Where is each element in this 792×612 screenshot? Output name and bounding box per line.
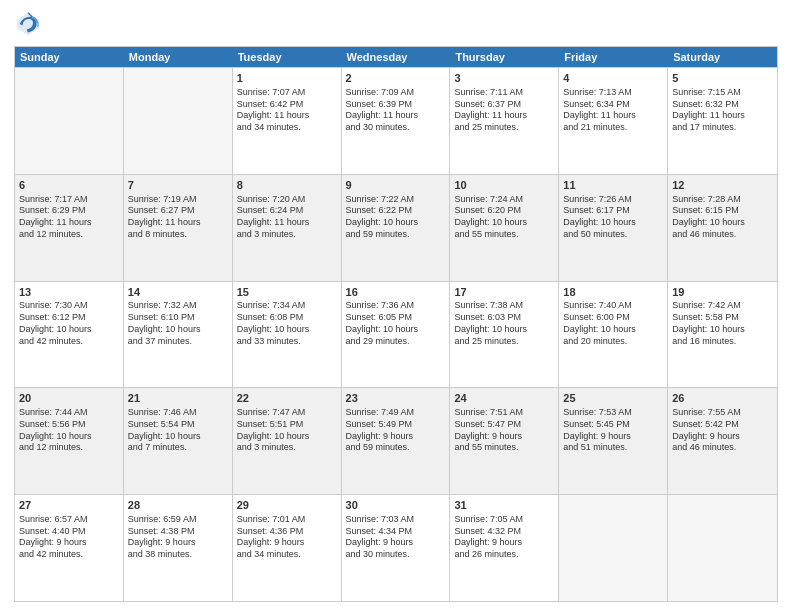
page: SundayMondayTuesdayWednesdayThursdayFrid… bbox=[0, 0, 792, 612]
day-number: 26 bbox=[672, 391, 773, 406]
calendar-cell: 16Sunrise: 7:36 AM Sunset: 6:05 PM Dayli… bbox=[342, 282, 451, 388]
day-number: 28 bbox=[128, 498, 228, 513]
day-number: 10 bbox=[454, 178, 554, 193]
weekday-header: Friday bbox=[559, 47, 668, 67]
calendar-header: SundayMondayTuesdayWednesdayThursdayFrid… bbox=[15, 47, 777, 67]
cell-text: Sunrise: 7:40 AM Sunset: 6:00 PM Dayligh… bbox=[563, 300, 663, 347]
logo-icon bbox=[14, 10, 42, 38]
cell-text: Sunrise: 7:34 AM Sunset: 6:08 PM Dayligh… bbox=[237, 300, 337, 347]
calendar-cell: 12Sunrise: 7:28 AM Sunset: 6:15 PM Dayli… bbox=[668, 175, 777, 281]
calendar-body: 1Sunrise: 7:07 AM Sunset: 6:42 PM Daylig… bbox=[15, 67, 777, 601]
cell-text: Sunrise: 7:07 AM Sunset: 6:42 PM Dayligh… bbox=[237, 87, 337, 134]
calendar-cell: 4Sunrise: 7:13 AM Sunset: 6:34 PM Daylig… bbox=[559, 68, 668, 174]
calendar-cell: 21Sunrise: 7:46 AM Sunset: 5:54 PM Dayli… bbox=[124, 388, 233, 494]
calendar-cell: 25Sunrise: 7:53 AM Sunset: 5:45 PM Dayli… bbox=[559, 388, 668, 494]
day-number: 7 bbox=[128, 178, 228, 193]
day-number: 25 bbox=[563, 391, 663, 406]
weekday-header: Tuesday bbox=[233, 47, 342, 67]
weekday-header: Wednesday bbox=[342, 47, 451, 67]
day-number: 18 bbox=[563, 285, 663, 300]
day-number: 9 bbox=[346, 178, 446, 193]
weekday-header: Monday bbox=[124, 47, 233, 67]
calendar: SundayMondayTuesdayWednesdayThursdayFrid… bbox=[14, 46, 778, 602]
calendar-row: 13Sunrise: 7:30 AM Sunset: 6:12 PM Dayli… bbox=[15, 281, 777, 388]
day-number: 30 bbox=[346, 498, 446, 513]
header bbox=[14, 10, 778, 38]
cell-text: Sunrise: 7:05 AM Sunset: 4:32 PM Dayligh… bbox=[454, 514, 554, 561]
cell-text: Sunrise: 7:55 AM Sunset: 5:42 PM Dayligh… bbox=[672, 407, 773, 454]
cell-text: Sunrise: 7:28 AM Sunset: 6:15 PM Dayligh… bbox=[672, 194, 773, 241]
calendar-cell: 30Sunrise: 7:03 AM Sunset: 4:34 PM Dayli… bbox=[342, 495, 451, 601]
cell-text: Sunrise: 7:38 AM Sunset: 6:03 PM Dayligh… bbox=[454, 300, 554, 347]
day-number: 17 bbox=[454, 285, 554, 300]
calendar-cell: 26Sunrise: 7:55 AM Sunset: 5:42 PM Dayli… bbox=[668, 388, 777, 494]
cell-text: Sunrise: 7:46 AM Sunset: 5:54 PM Dayligh… bbox=[128, 407, 228, 454]
day-number: 20 bbox=[19, 391, 119, 406]
calendar-cell: 3Sunrise: 7:11 AM Sunset: 6:37 PM Daylig… bbox=[450, 68, 559, 174]
cell-text: Sunrise: 7:15 AM Sunset: 6:32 PM Dayligh… bbox=[672, 87, 773, 134]
cell-text: Sunrise: 7:53 AM Sunset: 5:45 PM Dayligh… bbox=[563, 407, 663, 454]
calendar-cell: 6Sunrise: 7:17 AM Sunset: 6:29 PM Daylig… bbox=[15, 175, 124, 281]
weekday-header: Saturday bbox=[668, 47, 777, 67]
calendar-cell: 10Sunrise: 7:24 AM Sunset: 6:20 PM Dayli… bbox=[450, 175, 559, 281]
day-number: 22 bbox=[237, 391, 337, 406]
calendar-cell: 24Sunrise: 7:51 AM Sunset: 5:47 PM Dayli… bbox=[450, 388, 559, 494]
cell-text: Sunrise: 7:49 AM Sunset: 5:49 PM Dayligh… bbox=[346, 407, 446, 454]
logo bbox=[14, 10, 46, 38]
day-number: 21 bbox=[128, 391, 228, 406]
calendar-cell bbox=[559, 495, 668, 601]
calendar-cell: 23Sunrise: 7:49 AM Sunset: 5:49 PM Dayli… bbox=[342, 388, 451, 494]
weekday-header: Thursday bbox=[450, 47, 559, 67]
calendar-cell: 29Sunrise: 7:01 AM Sunset: 4:36 PM Dayli… bbox=[233, 495, 342, 601]
calendar-cell bbox=[124, 68, 233, 174]
day-number: 2 bbox=[346, 71, 446, 86]
cell-text: Sunrise: 7:19 AM Sunset: 6:27 PM Dayligh… bbox=[128, 194, 228, 241]
cell-text: Sunrise: 7:03 AM Sunset: 4:34 PM Dayligh… bbox=[346, 514, 446, 561]
calendar-cell: 22Sunrise: 7:47 AM Sunset: 5:51 PM Dayli… bbox=[233, 388, 342, 494]
cell-text: Sunrise: 7:01 AM Sunset: 4:36 PM Dayligh… bbox=[237, 514, 337, 561]
calendar-row: 27Sunrise: 6:57 AM Sunset: 4:40 PM Dayli… bbox=[15, 494, 777, 601]
calendar-cell: 15Sunrise: 7:34 AM Sunset: 6:08 PM Dayli… bbox=[233, 282, 342, 388]
cell-text: Sunrise: 7:42 AM Sunset: 5:58 PM Dayligh… bbox=[672, 300, 773, 347]
cell-text: Sunrise: 7:51 AM Sunset: 5:47 PM Dayligh… bbox=[454, 407, 554, 454]
day-number: 15 bbox=[237, 285, 337, 300]
day-number: 4 bbox=[563, 71, 663, 86]
cell-text: Sunrise: 7:20 AM Sunset: 6:24 PM Dayligh… bbox=[237, 194, 337, 241]
cell-text: Sunrise: 7:26 AM Sunset: 6:17 PM Dayligh… bbox=[563, 194, 663, 241]
day-number: 23 bbox=[346, 391, 446, 406]
cell-text: Sunrise: 7:11 AM Sunset: 6:37 PM Dayligh… bbox=[454, 87, 554, 134]
day-number: 8 bbox=[237, 178, 337, 193]
calendar-cell: 31Sunrise: 7:05 AM Sunset: 4:32 PM Dayli… bbox=[450, 495, 559, 601]
cell-text: Sunrise: 7:09 AM Sunset: 6:39 PM Dayligh… bbox=[346, 87, 446, 134]
calendar-cell bbox=[15, 68, 124, 174]
calendar-row: 6Sunrise: 7:17 AM Sunset: 6:29 PM Daylig… bbox=[15, 174, 777, 281]
cell-text: Sunrise: 6:57 AM Sunset: 4:40 PM Dayligh… bbox=[19, 514, 119, 561]
day-number: 19 bbox=[672, 285, 773, 300]
calendar-row: 1Sunrise: 7:07 AM Sunset: 6:42 PM Daylig… bbox=[15, 67, 777, 174]
calendar-cell: 1Sunrise: 7:07 AM Sunset: 6:42 PM Daylig… bbox=[233, 68, 342, 174]
weekday-header: Sunday bbox=[15, 47, 124, 67]
calendar-cell: 28Sunrise: 6:59 AM Sunset: 4:38 PM Dayli… bbox=[124, 495, 233, 601]
calendar-cell: 14Sunrise: 7:32 AM Sunset: 6:10 PM Dayli… bbox=[124, 282, 233, 388]
cell-text: Sunrise: 6:59 AM Sunset: 4:38 PM Dayligh… bbox=[128, 514, 228, 561]
calendar-row: 20Sunrise: 7:44 AM Sunset: 5:56 PM Dayli… bbox=[15, 387, 777, 494]
calendar-cell: 18Sunrise: 7:40 AM Sunset: 6:00 PM Dayli… bbox=[559, 282, 668, 388]
calendar-cell: 27Sunrise: 6:57 AM Sunset: 4:40 PM Dayli… bbox=[15, 495, 124, 601]
calendar-cell: 9Sunrise: 7:22 AM Sunset: 6:22 PM Daylig… bbox=[342, 175, 451, 281]
day-number: 13 bbox=[19, 285, 119, 300]
day-number: 11 bbox=[563, 178, 663, 193]
calendar-cell: 19Sunrise: 7:42 AM Sunset: 5:58 PM Dayli… bbox=[668, 282, 777, 388]
cell-text: Sunrise: 7:32 AM Sunset: 6:10 PM Dayligh… bbox=[128, 300, 228, 347]
day-number: 24 bbox=[454, 391, 554, 406]
calendar-cell: 20Sunrise: 7:44 AM Sunset: 5:56 PM Dayli… bbox=[15, 388, 124, 494]
calendar-cell: 5Sunrise: 7:15 AM Sunset: 6:32 PM Daylig… bbox=[668, 68, 777, 174]
calendar-cell bbox=[668, 495, 777, 601]
day-number: 6 bbox=[19, 178, 119, 193]
day-number: 31 bbox=[454, 498, 554, 513]
day-number: 5 bbox=[672, 71, 773, 86]
day-number: 1 bbox=[237, 71, 337, 86]
calendar-cell: 17Sunrise: 7:38 AM Sunset: 6:03 PM Dayli… bbox=[450, 282, 559, 388]
calendar-cell: 7Sunrise: 7:19 AM Sunset: 6:27 PM Daylig… bbox=[124, 175, 233, 281]
calendar-cell: 11Sunrise: 7:26 AM Sunset: 6:17 PM Dayli… bbox=[559, 175, 668, 281]
cell-text: Sunrise: 7:17 AM Sunset: 6:29 PM Dayligh… bbox=[19, 194, 119, 241]
